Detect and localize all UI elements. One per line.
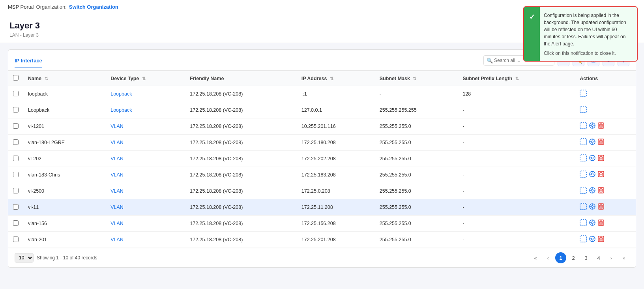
row-checkbox[interactable] xyxy=(13,123,19,129)
actions-cell xyxy=(575,183,636,199)
subnet-mask-column-header: Subnet Mask ⇅ xyxy=(375,71,458,86)
device-type-cell: Loopback xyxy=(106,102,185,118)
table-row: vl-202 VLAN 172.25.18.208 (VC-208) 172.2… xyxy=(8,151,636,167)
page-3-button[interactable]: 3 xyxy=(580,252,592,263)
edit-icon[interactable] xyxy=(589,220,595,227)
ip-address-cell: 10.255.201.116 xyxy=(297,118,375,135)
per-page-select[interactable]: 10 25 50 xyxy=(15,253,34,263)
device-type-cell: Loopback xyxy=(106,86,185,102)
delete-icon[interactable] xyxy=(598,220,604,227)
friendly-name-cell: 172.25.18.208 (VC-208) xyxy=(185,199,297,216)
expand-icon[interactable] xyxy=(580,138,587,147)
device-type-cell: VLAN xyxy=(106,199,185,216)
expand-icon[interactable] xyxy=(580,171,587,179)
subnet-mask-cell: 255.255.255.0 xyxy=(375,199,458,216)
select-all-checkbox[interactable] xyxy=(13,75,19,81)
expand-icon[interactable] xyxy=(580,235,587,244)
row-checkbox[interactable] xyxy=(13,156,19,161)
expand-icon[interactable] xyxy=(580,203,587,212)
row-checkbox[interactable] xyxy=(13,220,19,226)
delete-icon[interactable] xyxy=(598,122,604,130)
card-footer: 10 25 50 Showing 1 - 10 of 40 records « … xyxy=(8,248,636,267)
delete-icon[interactable] xyxy=(598,171,604,179)
svg-point-4 xyxy=(592,125,593,127)
delete-icon[interactable] xyxy=(598,236,604,244)
edit-icon[interactable] xyxy=(589,171,595,179)
per-page-wrapper: 10 25 50 Showing 1 - 10 of 40 records xyxy=(15,253,97,263)
notification-toast[interactable]: ✓ Configuration is being applied in the … xyxy=(523,6,638,62)
notification-message: Configuration is being applied in the ba… xyxy=(544,13,626,47)
delete-icon[interactable] xyxy=(598,203,604,211)
next-page-button[interactable]: › xyxy=(606,252,617,263)
row-checkbox[interactable] xyxy=(13,172,19,177)
ip-interface-tab[interactable]: IP Interface xyxy=(15,58,42,68)
svg-rect-68 xyxy=(580,220,586,226)
svg-point-15 xyxy=(592,141,593,143)
subnet-mask-cell: 255.255.255.0 xyxy=(375,167,458,183)
row-checkbox-cell xyxy=(8,167,23,183)
expand-icon[interactable] xyxy=(580,154,587,163)
expand-icon[interactable] xyxy=(580,187,587,195)
pagination: « ‹ 1 2 3 4 › » xyxy=(530,252,629,263)
ip-address-cell: 172.25.0.208 xyxy=(297,183,375,199)
device-type-filter-icon[interactable]: ⇅ xyxy=(142,76,146,81)
expand-icon[interactable] xyxy=(580,90,587,98)
row-checkbox[interactable] xyxy=(13,107,19,113)
device-type-cell: VLAN xyxy=(106,183,185,199)
prefix-filter-icon[interactable]: ⇅ xyxy=(515,76,519,81)
friendly-name-cell: 172.25.18.208 (VC-208) xyxy=(185,232,297,248)
edit-icon[interactable] xyxy=(589,187,595,195)
row-checkbox-cell xyxy=(8,102,23,118)
actions-cell xyxy=(575,232,636,248)
prev-page-button[interactable]: ‹ xyxy=(543,252,554,263)
first-page-button[interactable]: « xyxy=(530,252,541,263)
expand-icon[interactable] xyxy=(580,219,587,228)
delete-icon[interactable] xyxy=(598,155,604,163)
ip-address-cell: 172.25.180.208 xyxy=(297,135,375,151)
table-row: Loopback Loopback 172.25.18.208 (VC-208)… xyxy=(8,102,636,118)
table-row: vl-2500 VLAN 172.25.18.208 (VC-208) 172.… xyxy=(8,183,636,199)
edit-icon[interactable] xyxy=(589,155,595,163)
table-row: vlan-183-Chris VLAN 172.25.18.208 (VC-20… xyxy=(8,167,636,183)
expand-icon[interactable] xyxy=(580,106,587,114)
delete-icon[interactable] xyxy=(598,139,604,146)
name-cell: vl-2500 xyxy=(23,183,106,199)
switch-org-link[interactable]: Switch Organization xyxy=(69,4,118,10)
name-filter-icon[interactable]: ⇅ xyxy=(45,76,48,81)
edit-icon[interactable] xyxy=(589,203,595,211)
name-cell: vlan-156 xyxy=(23,216,106,232)
friendly-name-cell: 172.25.18.208 (VC-208) xyxy=(185,102,297,118)
ip-address-cell: 127.0.0.1 xyxy=(297,102,375,118)
ip-interface-table: Name ⇅ Device Type ⇅ Friendly Name IP Ad… xyxy=(8,71,636,248)
row-checkbox[interactable] xyxy=(13,204,19,210)
friendly-name-cell: 172.25.18.208 (VC-208) xyxy=(185,216,297,232)
expand-icon[interactable] xyxy=(580,122,587,131)
search-icon: 🔍 xyxy=(487,58,493,64)
page-1-button[interactable]: 1 xyxy=(555,252,566,263)
friendly-name-cell: 172.25.18.208 (VC-208) xyxy=(185,183,297,199)
row-checkbox[interactable] xyxy=(13,236,19,242)
subnet-mask-cell: 255.255.255.0 xyxy=(375,118,458,135)
edit-icon[interactable] xyxy=(589,236,595,244)
friendly-name-cell: 172.25.18.208 (VC-208) xyxy=(185,86,297,102)
row-checkbox[interactable] xyxy=(13,188,19,193)
row-checkbox[interactable] xyxy=(13,139,19,145)
row-checkbox[interactable] xyxy=(13,91,19,96)
subnet-filter-icon[interactable]: ⇅ xyxy=(413,76,416,81)
ip-address-cell: 172.25.202.208 xyxy=(297,151,375,167)
ip-filter-icon[interactable]: ⇅ xyxy=(330,76,333,81)
main-content: IP Interface 🔍 ⟺ ✏️ ⊞ ↻ ⬆ xyxy=(0,43,644,274)
prefix-length-cell: - xyxy=(458,135,575,151)
prefix-length-cell: - xyxy=(458,199,575,216)
prefix-length-cell: - xyxy=(458,151,575,167)
table-row: vlan-201 VLAN 172.25.18.208 (VC-208) 172… xyxy=(8,232,636,248)
device-type-cell: VLAN xyxy=(106,151,185,167)
page-2-button[interactable]: 2 xyxy=(568,252,579,263)
delete-icon[interactable] xyxy=(598,187,604,195)
page-4-button[interactable]: 4 xyxy=(593,252,604,263)
edit-icon[interactable] xyxy=(589,139,595,146)
subnet-mask-cell: 255.255.255.0 xyxy=(375,232,458,248)
edit-icon[interactable] xyxy=(589,122,595,130)
device-type-cell: VLAN xyxy=(106,232,185,248)
last-page-button[interactable]: » xyxy=(618,252,629,263)
